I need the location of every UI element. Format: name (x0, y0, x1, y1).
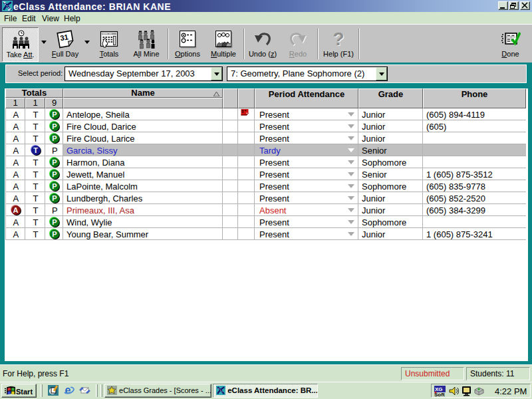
svg-text:?: ? (333, 29, 344, 49)
svg-text:31: 31 (60, 33, 69, 42)
svg-text:e: e (65, 385, 71, 396)
